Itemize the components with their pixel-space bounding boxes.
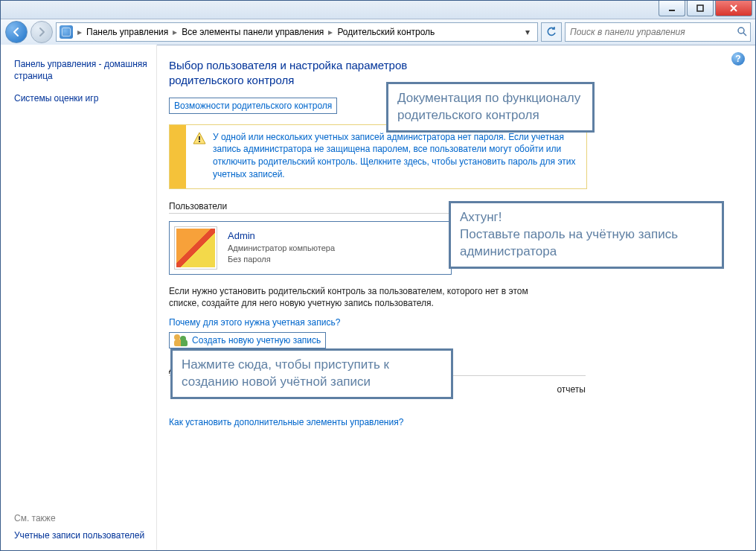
user-role: Администратор компьютера <box>228 243 335 254</box>
chevron-right-icon: ▸ <box>327 27 334 37</box>
search-input[interactable] <box>568 26 737 38</box>
control-panel-icon <box>60 25 73 39</box>
address-dropdown-icon[interactable]: ▾ <box>521 27 534 37</box>
nav-back-button[interactable] <box>5 21 28 43</box>
user-meta: Admin Администратор компьютера Без парол… <box>228 230 335 265</box>
help-button[interactable]: ? <box>731 52 745 66</box>
sidebar-link-game-ratings[interactable]: Системы оценки игр <box>14 92 147 104</box>
sidebar-link-home[interactable]: Панель управления - домашняя страница <box>14 58 147 82</box>
window-controls <box>657 1 752 19</box>
admin-password-warning[interactable]: У одной или нескольких учетных записей а… <box>169 124 587 189</box>
minimize-button[interactable] <box>659 1 685 16</box>
people-icon <box>174 334 188 346</box>
close-button[interactable] <box>715 1 752 16</box>
sidebar-link-user-accounts[interactable]: Учетные записи пользователей <box>14 529 147 541</box>
sidebar: Панель управления - домашняя страница Си… <box>1 45 157 550</box>
minimize-icon <box>667 4 676 13</box>
help-icon: ? <box>735 54 740 64</box>
refresh-icon <box>546 27 557 37</box>
address-bar[interactable]: ▸ Панель управления ▸ Все элементы панел… <box>56 22 538 42</box>
create-account-link[interactable]: Создать новую учетную запись <box>169 332 326 348</box>
svg-rect-0 <box>669 10 675 11</box>
svg-point-2 <box>738 28 744 34</box>
refresh-button[interactable] <box>541 22 562 42</box>
warning-body: У одной или нескольких учетных записей а… <box>186 125 586 188</box>
warning-stripe <box>170 125 186 188</box>
user-password-status: Без пароля <box>228 254 335 265</box>
window-titlebar <box>1 1 755 19</box>
avatar <box>174 226 217 270</box>
window-body: Панель управления - домашняя страница Си… <box>1 45 755 550</box>
warning-text[interactable]: У одной или нескольких учетных записей а… <box>213 131 579 181</box>
why-account-link[interactable]: Почему для этого нужна учетная запись? <box>169 317 340 328</box>
arrow-right-icon <box>36 27 47 37</box>
breadcrumb-seg-1[interactable]: Панель управления <box>85 27 170 37</box>
install-addl-link[interactable]: Как установить дополнительные элементы у… <box>169 417 403 427</box>
control-panel-window: ▸ Панель управления ▸ Все элементы панел… <box>0 0 756 551</box>
search-icon <box>737 26 747 39</box>
svg-rect-5 <box>199 141 200 142</box>
breadcrumb-seg-3[interactable]: Родительский контроль <box>336 27 436 37</box>
capabilities-link[interactable]: Возможности родительского контроля <box>169 98 337 114</box>
svg-line-3 <box>743 33 746 36</box>
maximize-icon <box>696 4 705 13</box>
maximize-button[interactable] <box>687 1 714 16</box>
chevron-right-icon: ▸ <box>171 27 179 37</box>
annotation-achtung: Ахтунг! Поставьте пароль на учётную запи… <box>449 201 724 269</box>
warning-icon <box>192 131 207 146</box>
sidebar-footer: См. также Учетные записи пользователей <box>14 513 147 541</box>
annotation-create: Нажмите сюда, чтобы приступить к создани… <box>170 348 453 399</box>
nav-forward-button[interactable] <box>31 21 53 43</box>
svg-rect-1 <box>697 5 703 11</box>
explorer-navbar: ▸ Панель управления ▸ Все элементы панел… <box>1 19 755 45</box>
user-name: Admin <box>228 230 335 241</box>
svg-rect-4 <box>199 136 200 140</box>
breadcrumb-seg-2[interactable]: Все элементы панели управления <box>180 27 325 37</box>
chevron-right-icon: ▸ <box>76 27 83 37</box>
create-user-paragraph: Если нужно установить родительский контр… <box>169 285 556 310</box>
user-tile-admin[interactable]: Admin Администратор компьютера Без парол… <box>169 221 452 275</box>
search-box[interactable] <box>565 22 751 42</box>
annotation-documentation: Документация по функционалу родительског… <box>386 82 595 133</box>
see-also-label: См. также <box>14 513 147 523</box>
arrow-left-icon <box>11 27 22 37</box>
create-account-label: Создать новую учетную запись <box>192 335 321 345</box>
main-content: ? Выбор пользователя и настройка парамет… <box>157 45 755 550</box>
close-icon <box>729 4 738 13</box>
